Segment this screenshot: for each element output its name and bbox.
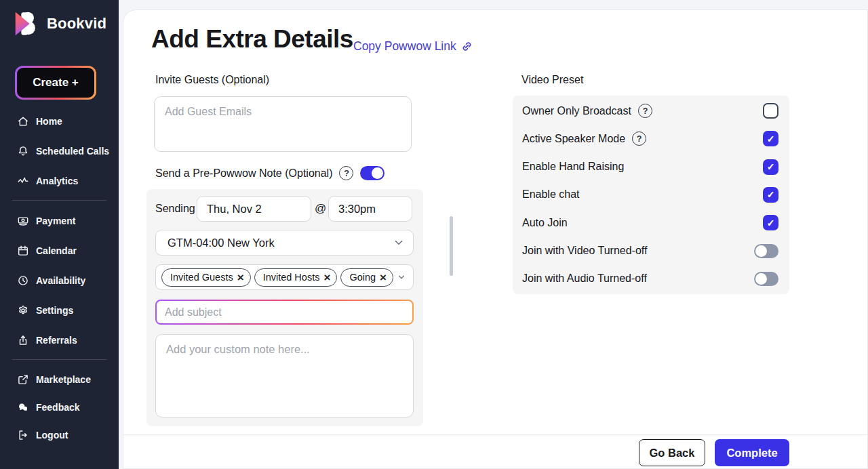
- timezone-select[interactable]: GTM-04:00 New York: [155, 230, 414, 256]
- bookvid-logo[interactable]: Bookvid: [12, 9, 106, 38]
- sidebar-nav: Home Scheduled Calls Analytics Payment C…: [0, 106, 119, 449]
- preset-row-owner-only-broadcast: Owner Only Broadcast ?: [513, 97, 789, 125]
- app-root: Bookvid Create + Home Scheduled Calls An…: [0, 0, 868, 469]
- recipient-tag: Going ×: [340, 268, 393, 287]
- create-button-label: Create +: [17, 68, 94, 98]
- help-icon[interactable]: ?: [638, 104, 652, 118]
- preset-row-join-audio-off: Join with Audio Turned-off: [513, 265, 789, 293]
- preset-row-active-speaker-mode: Active Speaker Mode ?: [513, 125, 789, 152]
- gear-icon: [17, 304, 29, 317]
- share-icon: [17, 334, 29, 346]
- clock-icon: [17, 274, 29, 287]
- sidebar-item-feedback[interactable]: Feedback: [0, 393, 119, 421]
- preset-row-enable-chat: Enable chat: [513, 181, 789, 209]
- prenote-form-panel: Sending @ GTM-04:00 New York Invited Gue…: [146, 189, 423, 426]
- sidebar-item-marketplace[interactable]: Marketplace: [0, 365, 119, 393]
- complete-button[interactable]: Complete: [715, 439, 789, 466]
- calendar-icon: [17, 245, 29, 257]
- timezone-value: GTM-04:00 New York: [167, 237, 393, 249]
- chevron-down-icon[interactable]: [397, 271, 406, 283]
- preset-row-enable-hand-raising: Enable Hand Raising: [513, 153, 789, 181]
- link-icon: [460, 40, 473, 53]
- remove-tag-icon[interactable]: ×: [380, 272, 387, 283]
- create-button[interactable]: Create +: [15, 66, 96, 100]
- at-symbol: @: [315, 196, 326, 222]
- owner-only-broadcast-checkbox[interactable]: [763, 103, 778, 119]
- sidebar-item-analytics[interactable]: Analytics: [0, 166, 119, 196]
- main-card: Add Extra Details Copy Powwow Link Invit…: [123, 9, 868, 469]
- send-time-input[interactable]: [328, 196, 412, 222]
- sidebar-divider: [12, 200, 106, 201]
- bookvid-logo-icon: [12, 9, 41, 38]
- page-title: Add Extra Details: [151, 25, 353, 54]
- sidebar-item-logout[interactable]: Logout: [0, 421, 119, 449]
- sidebar-item-referrals[interactable]: Referrals: [0, 325, 119, 355]
- analytics-icon: [17, 175, 29, 187]
- brand-name: Bookvid: [47, 15, 106, 33]
- invite-guests-label: Invite Guests (Optional): [155, 74, 269, 86]
- go-back-button[interactable]: Go Back: [639, 439, 705, 466]
- custom-note-input[interactable]: [155, 334, 414, 417]
- subject-input-wrap: [155, 300, 414, 325]
- enable-chat-checkbox[interactable]: [763, 187, 778, 203]
- chevron-down-icon: [393, 237, 405, 249]
- copy-powwow-link-label: Copy Powwow Link: [353, 39, 456, 54]
- video-preset-panel: Owner Only Broadcast ? Active Speaker Mo…: [513, 96, 789, 294]
- recipients-multiselect[interactable]: Invited Guests × Invited Hosts × Going ×: [155, 264, 414, 290]
- remove-tag-icon[interactable]: ×: [237, 272, 244, 283]
- send-date-input[interactable]: [197, 196, 311, 222]
- preset-row-auto-join: Auto Join: [513, 209, 789, 237]
- sidebar-item-home[interactable]: Home: [0, 106, 119, 136]
- preset-row-join-video-off: Join with Video Turned-off: [513, 237, 789, 264]
- copy-powwow-link-button[interactable]: Copy Powwow Link: [353, 39, 473, 54]
- sidebar-item-scheduled-calls[interactable]: Scheduled Calls: [0, 136, 119, 166]
- left-panel-scrollbar[interactable]: [450, 216, 453, 276]
- sending-label: Sending: [155, 196, 195, 222]
- auto-join-checkbox[interactable]: [763, 215, 778, 230]
- guest-emails-input[interactable]: [154, 96, 412, 152]
- sidebar-item-settings[interactable]: Settings: [0, 295, 119, 325]
- logout-icon: [17, 429, 29, 441]
- prenote-row: Send a Pre-Powwow Note (Optional) ?: [155, 166, 384, 180]
- join-audio-off-toggle[interactable]: [754, 272, 778, 286]
- sidebar-item-availability[interactable]: Availability: [0, 266, 119, 295]
- sidebar-divider: [12, 359, 106, 360]
- prenote-label: Send a Pre-Powwow Note (Optional): [155, 167, 332, 180]
- enable-hand-raising-checkbox[interactable]: [763, 159, 778, 175]
- active-speaker-mode-checkbox[interactable]: [763, 131, 778, 146]
- help-icon[interactable]: ?: [339, 166, 353, 180]
- subject-input[interactable]: [157, 301, 412, 323]
- join-video-off-toggle[interactable]: [754, 244, 778, 258]
- sidebar: Bookvid Create + Home Scheduled Calls An…: [0, 0, 119, 469]
- sidebar-item-payment[interactable]: Payment: [0, 206, 119, 236]
- bell-icon: [17, 145, 29, 157]
- remove-tag-icon[interactable]: ×: [323, 272, 330, 283]
- video-preset-title: Video Preset: [521, 74, 583, 86]
- recipient-tag: Invited Guests ×: [161, 268, 251, 287]
- sidebar-item-calendar[interactable]: Calendar: [0, 236, 119, 266]
- home-icon: [17, 115, 29, 127]
- payment-icon: [17, 215, 29, 227]
- chat-icon: [17, 401, 29, 413]
- prenote-toggle[interactable]: [360, 166, 384, 180]
- recipient-tag: Invited Hosts ×: [254, 268, 338, 287]
- help-icon[interactable]: ?: [632, 131, 646, 146]
- footer-divider: [123, 434, 868, 435]
- external-link-icon: [17, 373, 29, 386]
